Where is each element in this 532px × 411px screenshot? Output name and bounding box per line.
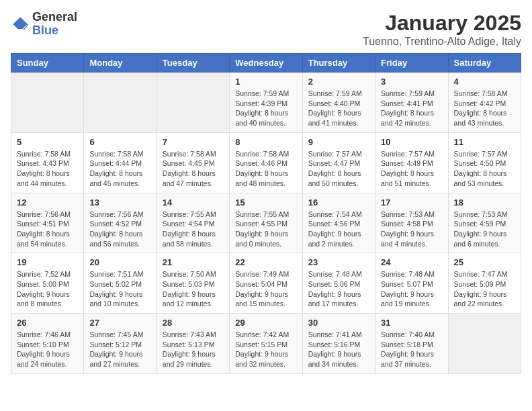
logo-icon [11, 15, 30, 34]
month-title: January 2025 [363, 11, 521, 36]
calendar-cell: 8Sunrise: 7:58 AM Sunset: 4:46 PM Daylig… [230, 132, 302, 193]
header: General Blue January 2025 Tuenno, Trenti… [11, 11, 521, 48]
day-number: 21 [163, 257, 224, 267]
day-number: 20 [89, 257, 150, 267]
day-number: 19 [17, 257, 78, 267]
day-number: 8 [235, 137, 296, 147]
day-info: Sunrise: 7:58 AM Sunset: 4:45 PM Dayligh… [163, 149, 224, 189]
day-number: 4 [454, 77, 515, 87]
calendar-cell: 3Sunrise: 7:59 AM Sunset: 4:41 PM Daylig… [375, 73, 448, 133]
calendar-cell: 24Sunrise: 7:48 AM Sunset: 5:07 PM Dayli… [375, 253, 448, 314]
day-number: 23 [308, 257, 369, 267]
day-info: Sunrise: 7:50 AM Sunset: 5:03 PM Dayligh… [163, 269, 224, 309]
day-number: 6 [89, 137, 150, 147]
day-info: Sunrise: 7:47 AM Sunset: 5:09 PM Dayligh… [454, 269, 515, 309]
calendar-cell: 10Sunrise: 7:57 AM Sunset: 4:49 PM Dayli… [375, 132, 448, 193]
day-number: 29 [235, 318, 296, 328]
day-info: Sunrise: 7:43 AM Sunset: 5:13 PM Dayligh… [163, 330, 224, 369]
location-title: Tuenno, Trentino-Alto Adige, Italy [363, 36, 521, 48]
day-info: Sunrise: 7:58 AM Sunset: 4:42 PM Dayligh… [454, 89, 515, 128]
header-friday: Friday [375, 54, 448, 73]
calendar-week-3: 12Sunrise: 7:56 AM Sunset: 4:51 PM Dayli… [11, 193, 521, 253]
day-info: Sunrise: 7:41 AM Sunset: 5:16 PM Dayligh… [308, 330, 369, 369]
calendar-cell: 7Sunrise: 7:58 AM Sunset: 4:45 PM Daylig… [157, 132, 229, 193]
calendar-cell: 19Sunrise: 7:52 AM Sunset: 5:00 PM Dayli… [11, 253, 84, 314]
calendar-cell: 12Sunrise: 7:56 AM Sunset: 4:51 PM Dayli… [11, 193, 84, 253]
calendar-table: SundayMondayTuesdayWednesdayThursdayFrid… [11, 53, 521, 374]
day-info: Sunrise: 7:48 AM Sunset: 5:07 PM Dayligh… [381, 269, 442, 309]
header-saturday: Saturday [448, 54, 521, 73]
day-info: Sunrise: 7:58 AM Sunset: 4:43 PM Dayligh… [17, 149, 78, 189]
day-number: 3 [381, 77, 442, 87]
day-info: Sunrise: 7:59 AM Sunset: 4:40 PM Dayligh… [308, 89, 369, 128]
header-thursday: Thursday [302, 54, 375, 73]
day-info: Sunrise: 7:58 AM Sunset: 4:44 PM Dayligh… [89, 149, 150, 189]
day-number: 24 [381, 257, 442, 267]
logo-blue: Blue [32, 24, 77, 38]
day-number: 14 [163, 197, 224, 208]
calendar-cell: 29Sunrise: 7:42 AM Sunset: 5:15 PM Dayli… [230, 314, 302, 374]
day-number: 11 [454, 137, 515, 147]
calendar-cell: 28Sunrise: 7:43 AM Sunset: 5:13 PM Dayli… [157, 314, 229, 374]
logo: General Blue [11, 11, 77, 38]
calendar-cell: 30Sunrise: 7:41 AM Sunset: 5:16 PM Dayli… [302, 314, 375, 374]
calendar-cell: 20Sunrise: 7:51 AM Sunset: 5:02 PM Dayli… [84, 253, 157, 314]
day-info: Sunrise: 7:53 AM Sunset: 4:58 PM Dayligh… [381, 210, 442, 249]
day-number: 5 [17, 137, 78, 147]
calendar-cell [157, 73, 229, 133]
day-number: 31 [381, 318, 442, 328]
header-wednesday: Wednesday [230, 54, 302, 73]
calendar-week-1: 1Sunrise: 7:59 AM Sunset: 4:39 PM Daylig… [11, 73, 521, 133]
day-info: Sunrise: 7:54 AM Sunset: 4:56 PM Dayligh… [308, 210, 369, 249]
day-info: Sunrise: 7:59 AM Sunset: 4:39 PM Dayligh… [235, 89, 296, 128]
day-info: Sunrise: 7:55 AM Sunset: 4:54 PM Dayligh… [163, 210, 224, 249]
day-info: Sunrise: 7:49 AM Sunset: 5:04 PM Dayligh… [235, 269, 296, 309]
day-info: Sunrise: 7:45 AM Sunset: 5:12 PM Dayligh… [89, 330, 150, 369]
day-number: 16 [308, 197, 369, 208]
day-number: 15 [235, 197, 296, 208]
day-number: 28 [163, 318, 224, 328]
calendar-cell: 31Sunrise: 7:40 AM Sunset: 5:18 PM Dayli… [375, 314, 448, 374]
calendar-cell: 2Sunrise: 7:59 AM Sunset: 4:40 PM Daylig… [302, 73, 375, 133]
calendar-cell: 22Sunrise: 7:49 AM Sunset: 5:04 PM Dayli… [230, 253, 302, 314]
calendar-header-row: SundayMondayTuesdayWednesdayThursdayFrid… [11, 54, 521, 73]
day-info: Sunrise: 7:57 AM Sunset: 4:50 PM Dayligh… [454, 149, 515, 189]
day-number: 9 [308, 137, 369, 147]
calendar-cell [11, 73, 84, 133]
title-section: January 2025 Tuenno, Trentino-Alto Adige… [363, 11, 521, 48]
calendar-cell: 6Sunrise: 7:58 AM Sunset: 4:44 PM Daylig… [84, 132, 157, 193]
calendar-week-4: 19Sunrise: 7:52 AM Sunset: 5:00 PM Dayli… [11, 253, 521, 314]
day-info: Sunrise: 7:51 AM Sunset: 5:02 PM Dayligh… [89, 269, 150, 309]
calendar-cell: 23Sunrise: 7:48 AM Sunset: 5:06 PM Dayli… [302, 253, 375, 314]
day-info: Sunrise: 7:56 AM Sunset: 4:51 PM Dayligh… [17, 210, 78, 249]
day-number: 18 [454, 197, 515, 208]
day-number: 30 [308, 318, 369, 328]
calendar-cell: 11Sunrise: 7:57 AM Sunset: 4:50 PM Dayli… [448, 132, 521, 193]
day-info: Sunrise: 7:48 AM Sunset: 5:06 PM Dayligh… [308, 269, 369, 309]
day-number: 26 [17, 318, 78, 328]
calendar-cell: 15Sunrise: 7:55 AM Sunset: 4:55 PM Dayli… [230, 193, 302, 253]
calendar-cell [448, 314, 521, 374]
calendar-cell: 25Sunrise: 7:47 AM Sunset: 5:09 PM Dayli… [448, 253, 521, 314]
calendar-cell: 5Sunrise: 7:58 AM Sunset: 4:43 PM Daylig… [11, 132, 84, 193]
day-info: Sunrise: 7:57 AM Sunset: 4:49 PM Dayligh… [381, 149, 442, 189]
logo-general: General [32, 11, 77, 24]
calendar-cell: 13Sunrise: 7:56 AM Sunset: 4:52 PM Dayli… [84, 193, 157, 253]
day-info: Sunrise: 7:52 AM Sunset: 5:00 PM Dayligh… [17, 269, 78, 309]
day-number: 1 [235, 77, 296, 87]
day-number: 22 [235, 257, 296, 267]
day-info: Sunrise: 7:56 AM Sunset: 4:52 PM Dayligh… [89, 210, 150, 249]
calendar-week-2: 5Sunrise: 7:58 AM Sunset: 4:43 PM Daylig… [11, 132, 521, 193]
day-number: 7 [163, 137, 224, 147]
day-info: Sunrise: 7:40 AM Sunset: 5:18 PM Dayligh… [381, 330, 442, 369]
day-number: 17 [381, 197, 442, 208]
day-number: 12 [17, 197, 78, 208]
calendar-cell: 26Sunrise: 7:46 AM Sunset: 5:10 PM Dayli… [11, 314, 84, 374]
day-number: 10 [381, 137, 442, 147]
header-tuesday: Tuesday [157, 54, 229, 73]
day-info: Sunrise: 7:42 AM Sunset: 5:15 PM Dayligh… [235, 330, 296, 369]
calendar-cell: 9Sunrise: 7:57 AM Sunset: 4:47 PM Daylig… [302, 132, 375, 193]
calendar-cell: 4Sunrise: 7:58 AM Sunset: 4:42 PM Daylig… [448, 73, 521, 133]
day-info: Sunrise: 7:59 AM Sunset: 4:41 PM Dayligh… [381, 89, 442, 128]
calendar-cell: 27Sunrise: 7:45 AM Sunset: 5:12 PM Dayli… [84, 314, 157, 374]
